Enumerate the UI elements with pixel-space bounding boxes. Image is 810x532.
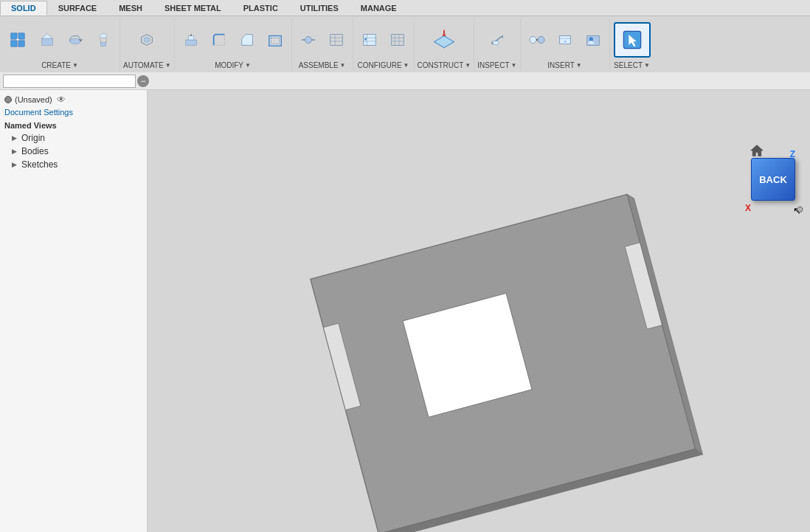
select-btn[interactable] <box>614 22 651 58</box>
tab-sheet-metal[interactable]: SHEET METAL <box>153 1 232 15</box>
viewcube-settings-icon[interactable]: ⚙ <box>796 204 804 215</box>
automate-icon <box>139 32 155 48</box>
ribbon-group-inspect: INSPECT ▼ <box>474 18 520 71</box>
ribbon-group-configure: CONFIGURE ▼ <box>353 18 415 71</box>
tab-manage[interactable]: MANAGE <box>350 1 408 15</box>
configure-icon2 <box>390 32 406 48</box>
svg-point-29 <box>364 38 367 40</box>
svg-point-43 <box>537 36 544 43</box>
configure-btn1[interactable] <box>356 24 383 55</box>
viewport[interactable]: Z BACK X ↖ ⚙ <box>148 90 810 532</box>
joint-btn[interactable] <box>295 24 322 55</box>
sidebar-item-sketches[interactable]: ▶ Sketches <box>0 158 147 171</box>
construct-icon <box>432 28 456 52</box>
decal-icon <box>585 32 601 48</box>
3d-model <box>148 90 810 532</box>
ribbon-group-assemble: ASSEMBLE ▼ <box>292 18 353 71</box>
svg-rect-9 <box>100 42 105 46</box>
viewcube-back-face[interactable]: BACK <box>751 158 795 201</box>
automate-btn[interactable] <box>134 24 160 55</box>
revolve-btn[interactable] <box>62 24 89 55</box>
create-new-btn[interactable]: + <box>3 21 32 59</box>
sidebar: (Unsaved) 👁 Document Settings Named View… <box>0 90 148 532</box>
svg-point-18 <box>305 36 311 43</box>
chamfer-icon <box>239 32 255 48</box>
sketches-label: Sketches <box>21 159 58 170</box>
shell-btn[interactable] <box>262 24 288 55</box>
search-bar: − <box>0 72 810 90</box>
search-input[interactable] <box>3 75 136 88</box>
svg-rect-17 <box>271 38 279 44</box>
select-label[interactable]: SELECT ▼ <box>614 60 650 69</box>
chamfer-btn[interactable] <box>234 24 260 55</box>
fillet-icon <box>211 32 227 48</box>
create-dropdown-arrow: ▼ <box>72 62 78 69</box>
tab-mesh[interactable]: MESH <box>108 1 153 15</box>
modify-dropdown-arrow: ▼ <box>245 62 251 69</box>
assemble-table-btn[interactable] <box>323 24 350 55</box>
assemble-label[interactable]: ASSEMBLE ▼ <box>299 60 346 69</box>
bodies-label: Bodies <box>21 146 49 156</box>
status-text: (Unsaved) <box>15 95 52 104</box>
insert-decal-btn[interactable] <box>580 24 606 55</box>
extrude-icon <box>39 32 55 48</box>
svg-rect-41 <box>493 41 498 44</box>
select-icons <box>614 19 651 60</box>
tab-surface[interactable]: SURFACE <box>47 1 108 15</box>
inspect-label[interactable]: INSPECT ▼ <box>477 60 516 69</box>
assemble-dropdown-arrow: ▼ <box>340 62 346 69</box>
loft-btn[interactable] <box>90 24 117 55</box>
insert-derive-btn[interactable] <box>524 24 550 55</box>
origin-label: Origin <box>21 133 45 143</box>
modify-btn1[interactable] <box>178 24 204 55</box>
assemble-table-icon <box>328 32 345 48</box>
construct-plane-btn[interactable] <box>428 21 460 59</box>
sketches-arrow: ▶ <box>12 161 17 168</box>
tab-solid[interactable]: SOLID <box>0 1 47 15</box>
select-cursor-icon <box>622 30 643 50</box>
search-collapse-btn[interactable]: − <box>137 75 149 87</box>
construct-label[interactable]: CONSTRUCT ▼ <box>418 60 471 69</box>
automate-label[interactable]: AUTOMATE ▼ <box>123 60 171 69</box>
insert-canvas-btn[interactable]: + <box>552 24 578 55</box>
svg-rect-3 <box>18 40 24 46</box>
ribbon-group-insert: + INSERT ▼ <box>521 18 610 71</box>
insert-dropdown-arrow: ▼ <box>576 62 582 69</box>
tab-utilities[interactable]: UTILITIES <box>289 1 350 15</box>
loft-icon <box>95 32 111 48</box>
inspect-dropdown-arrow: ▼ <box>511 62 517 69</box>
viewcube[interactable]: Z BACK X ↖ <box>745 148 804 218</box>
svg-marker-35 <box>435 35 454 47</box>
modify-label[interactable]: MODIFY ▼ <box>215 60 251 69</box>
new-component-icon: + <box>10 32 26 48</box>
ribbon-group-create: + <box>0 18 120 71</box>
svg-point-10 <box>100 33 106 38</box>
fillet-btn[interactable] <box>206 24 232 55</box>
automate-icons <box>134 19 160 60</box>
svg-point-42 <box>529 36 536 43</box>
create-label[interactable]: CREATE ▼ <box>41 60 78 69</box>
svg-line-11 <box>100 38 100 42</box>
configure-btn2[interactable] <box>384 24 411 55</box>
construct-dropdown-arrow: ▼ <box>465 62 471 69</box>
named-views-section: Named Views <box>0 118 147 131</box>
measure-btn[interactable] <box>484 24 510 55</box>
tab-plastic[interactable]: PLASTIC <box>232 1 289 15</box>
configure-label[interactable]: CONFIGURE ▼ <box>358 60 409 69</box>
svg-marker-37 <box>442 32 446 35</box>
derive-icon <box>529 32 545 48</box>
sidebar-item-origin[interactable]: ▶ Origin <box>0 131 147 145</box>
configure-dropdown-arrow: ▼ <box>404 62 409 69</box>
status-watch-icon: 👁 <box>57 94 66 105</box>
insert-label[interactable]: INSERT ▼ <box>547 60 581 69</box>
extrude-btn[interactable] <box>34 24 60 55</box>
svg-rect-1 <box>18 32 24 38</box>
svg-text:+: + <box>16 35 19 42</box>
svg-rect-13 <box>185 40 196 45</box>
svg-line-12 <box>106 38 107 42</box>
assemble-icons <box>295 19 350 60</box>
svg-rect-30 <box>391 34 404 45</box>
sidebar-item-bodies[interactable]: ▶ Bodies <box>0 145 147 158</box>
document-settings-link[interactable]: Document Settings <box>0 106 147 118</box>
ribbon-group-modify: MODIFY ▼ <box>175 18 292 71</box>
